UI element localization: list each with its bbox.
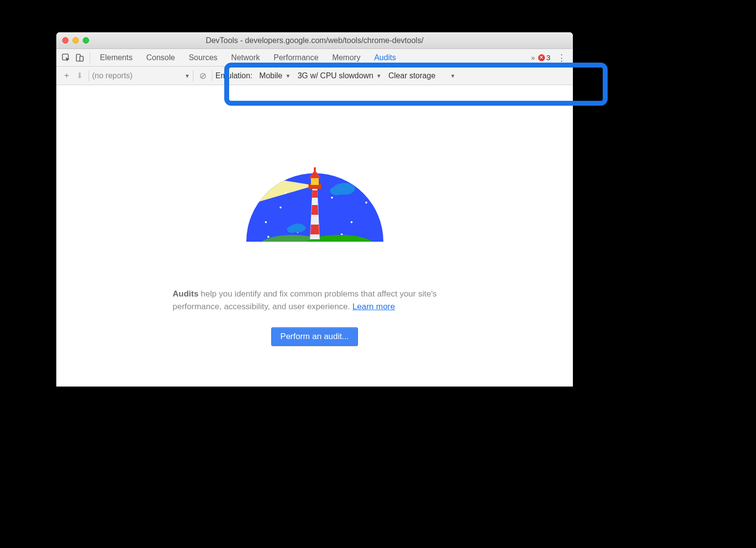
lighthouse-illustration <box>239 159 391 256</box>
tab-label: Sources <box>189 53 217 62</box>
svg-point-5 <box>265 221 267 223</box>
device-toolbar-icon[interactable] <box>73 51 87 65</box>
tab-sources[interactable]: Sources <box>182 49 224 66</box>
svg-marker-22 <box>310 225 319 234</box>
svg-rect-2 <box>80 56 83 61</box>
tab-overflow: » ✕ 3 ⋮ <box>531 52 570 63</box>
close-window-button[interactable] <box>62 37 69 44</box>
tab-performance[interactable]: Performance <box>267 49 326 66</box>
audits-description-strong: Audits <box>173 289 199 298</box>
devtools-window: DevTools - developers.google.com/web/too… <box>56 32 573 387</box>
audits-description-body: help you identify and fix common problem… <box>173 289 437 311</box>
tab-label: Audits <box>374 53 396 62</box>
traffic-lights <box>56 37 89 44</box>
learn-more-link[interactable]: Learn more <box>353 302 395 311</box>
throttling-dropdown[interactable]: 3G w/ CPU slowdown ▼ <box>298 71 382 80</box>
minimize-window-button[interactable] <box>72 37 79 44</box>
tab-network[interactable]: Network <box>224 49 267 66</box>
tab-elements[interactable]: Elements <box>93 49 140 66</box>
window-title: DevTools - developers.google.com/web/too… <box>56 36 573 45</box>
storage-dropdown[interactable]: Clear storage ▼ <box>388 71 455 80</box>
svg-rect-28 <box>314 167 316 171</box>
emulation-settings: Emulation: Mobile ▼ 3G w/ CPU slowdown ▼… <box>215 71 455 80</box>
audits-landing: Audits help you identify and fix common … <box>56 85 573 387</box>
tab-memory[interactable]: Memory <box>325 49 367 66</box>
perform-audit-label: Perform an audit... <box>281 332 349 341</box>
svg-marker-23 <box>311 205 318 215</box>
perform-audit-button[interactable]: Perform an audit... <box>271 327 358 346</box>
chevron-down-icon: ▼ <box>185 73 190 79</box>
svg-point-9 <box>351 221 353 223</box>
new-audit-icon[interactable]: ＋ <box>60 69 73 82</box>
chevron-down-icon: ▼ <box>450 73 455 79</box>
emulation-device-value: Mobile <box>260 71 283 80</box>
svg-point-12 <box>284 192 286 194</box>
svg-marker-24 <box>312 190 318 198</box>
svg-point-14 <box>267 236 269 238</box>
svg-point-13 <box>360 187 362 189</box>
separator <box>90 52 90 63</box>
reports-placeholder: (no reports) <box>92 71 133 80</box>
svg-point-18 <box>287 226 297 233</box>
tab-audits[interactable]: Audits <box>367 49 402 66</box>
separator <box>212 70 213 81</box>
download-report-icon[interactable]: ⬇ <box>73 69 86 82</box>
storage-value: Clear storage <box>388 71 435 80</box>
svg-point-10 <box>365 202 367 204</box>
error-count: 3 <box>546 53 550 62</box>
chevron-down-icon: ▼ <box>285 73 291 79</box>
svg-point-6 <box>280 206 282 208</box>
error-counter[interactable]: ✕ 3 <box>538 53 550 62</box>
separator <box>89 70 89 81</box>
svg-rect-26 <box>311 178 319 185</box>
window-titlebar: DevTools - developers.google.com/web/too… <box>56 32 573 49</box>
zoom-window-button[interactable] <box>83 37 89 44</box>
emulation-device-dropdown[interactable]: Mobile ▼ <box>260 71 291 80</box>
tab-label: Console <box>146 53 175 62</box>
emulation-label: Emulation: <box>215 71 253 80</box>
tab-label: Memory <box>332 53 360 62</box>
audits-description: Audits help you identify and fix common … <box>173 288 457 313</box>
more-options-icon[interactable]: ⋮ <box>553 52 570 63</box>
reports-dropdown[interactable]: (no reports) ▼ <box>92 71 190 80</box>
tab-label: Elements <box>100 53 133 62</box>
audits-toolbar: ＋ ⬇ (no reports) ▼ ⊘ Emulation: Mobile ▼… <box>56 67 573 85</box>
svg-point-16 <box>330 186 344 195</box>
tab-label: Performance <box>274 53 319 62</box>
separator <box>193 70 193 81</box>
svg-point-8 <box>331 197 333 199</box>
inspect-element-icon[interactable] <box>59 51 73 65</box>
chevron-down-icon: ▼ <box>376 73 381 79</box>
error-icon: ✕ <box>538 54 545 61</box>
throttling-value: 3G w/ CPU slowdown <box>298 71 374 80</box>
clear-icon[interactable]: ⊘ <box>196 69 209 82</box>
devtools-tabbar: Elements Console Sources Network Perform… <box>56 49 573 67</box>
tab-console[interactable]: Console <box>140 49 182 66</box>
tab-label: Network <box>231 53 260 62</box>
overflow-icon[interactable]: » <box>531 54 535 62</box>
